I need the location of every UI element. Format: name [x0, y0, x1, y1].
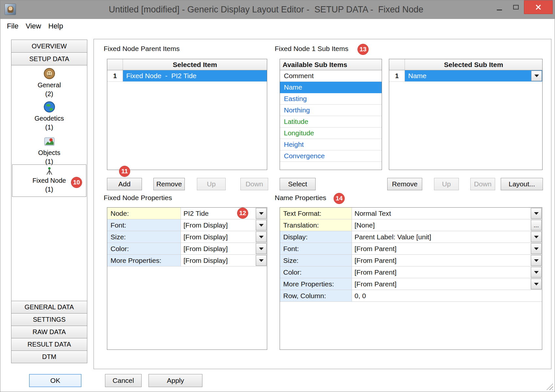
available-item-comment[interactable]: Comment [280, 70, 382, 82]
remove-sub-button[interactable]: Remove [387, 178, 422, 190]
node-dropdown-button[interactable] [256, 208, 267, 219]
size-dropdown-button[interactable] [531, 255, 542, 266]
sidebar-item-count: (1) [45, 124, 53, 131]
prop-value-text: [From Parent] [355, 257, 396, 264]
display-value-field[interactable]: Parent Label: Value [unit] [352, 231, 542, 243]
color-dropdown-button[interactable] [256, 243, 267, 254]
annotation-badge-12: 12 [237, 208, 248, 219]
prop-row-text-format: Text Format: Normal Text [280, 208, 542, 219]
down-parent-button[interactable]: Down [240, 178, 268, 190]
sidebar-item-result-data[interactable]: RESULT DATA [11, 338, 87, 351]
size-dropdown-button[interactable] [256, 231, 267, 242]
node-value-field[interactable]: PI2 Tide [181, 208, 267, 219]
sidebar-item-setup-data[interactable]: SETUP DATA [11, 52, 87, 65]
sidebar-item-label: Objects [38, 149, 61, 157]
prop-value-text: [From Display] [183, 257, 228, 264]
available-item-height[interactable]: Height [280, 139, 382, 150]
available-item-name[interactable]: Name [280, 82, 382, 93]
sidebar-item-label: Geodetics [34, 115, 64, 122]
maximize-button[interactable] [508, 0, 524, 14]
up-parent-button[interactable]: Up [197, 178, 226, 190]
prop-label: Row, Column: [280, 290, 352, 301]
sidebar-item-count: (1) [45, 186, 53, 193]
sub-item-dropdown-button[interactable] [531, 71, 542, 81]
section-title-sub-items: Fixed Node 1 Sub Items [275, 44, 348, 53]
remove-parent-button[interactable]: Remove [153, 178, 185, 190]
chevron-down-icon [534, 259, 539, 262]
annotation-badge-10: 10 [71, 177, 82, 188]
available-item-latitude[interactable]: Latitude [280, 116, 382, 128]
color-dropdown-button[interactable] [531, 267, 542, 278]
sidebar-item-dtm[interactable]: DTM [11, 350, 87, 363]
add-button[interactable]: Add [107, 178, 142, 190]
prop-label: Size: [107, 231, 181, 243]
size-value-field[interactable]: [From Display] [181, 231, 267, 243]
up-sub-button[interactable]: Up [434, 178, 459, 190]
sidebar-item-general[interactable]: General (2) [11, 67, 87, 98]
sidebar-item-count: (2) [45, 90, 53, 98]
sidebar-item-raw-data[interactable]: RAW DATA [11, 326, 87, 338]
menu-help[interactable]: Help [45, 21, 67, 32]
fixed-node-properties-table: Node: PI2 Tide Font: [From Display] Size… [107, 207, 267, 350]
prop-value-text: [From Display] [183, 233, 228, 241]
translation-value-field[interactable]: [None] ... [352, 219, 542, 231]
font-dropdown-button[interactable] [531, 243, 542, 254]
display-dropdown-button[interactable] [531, 231, 542, 242]
sidebar-item-settings[interactable]: SETTINGS [11, 313, 87, 326]
cancel-button[interactable]: Cancel [105, 374, 142, 387]
available-item-longitude[interactable]: Longitude [280, 128, 382, 139]
close-button[interactable] [524, 0, 553, 14]
font-dropdown-button[interactable] [256, 220, 267, 230]
prop-row-display: Display: Parent Label: Value [unit] [280, 231, 542, 243]
prop-row-translation: Translation: [None] ... [280, 219, 542, 231]
available-item-easting[interactable]: Easting [280, 93, 382, 105]
prop-value-text: Parent Label: Value [unit] [355, 233, 431, 241]
sidebar-item-objects[interactable]: Objects (1) [11, 136, 87, 165]
text-format-value-field[interactable]: Normal Text [352, 208, 542, 219]
prop-label: Color: [107, 243, 181, 254]
parent-items-table: Selected Item 1 Fixed Node - PI2 Tide [107, 59, 267, 170]
parent-item-row[interactable]: 1 Fixed Node - PI2 Tide [107, 70, 267, 82]
selected-sub-item-row[interactable]: 1 Name [389, 70, 542, 82]
apply-button[interactable]: Apply [148, 374, 202, 387]
menu-file[interactable]: File [3, 21, 22, 32]
available-sub-items-table: Available Sub Items Comment Name Easting… [280, 59, 382, 170]
color-value-field[interactable]: [From Parent] [352, 266, 542, 278]
minimize-button[interactable] [491, 0, 508, 14]
row-column-value-field[interactable]: 0, 0 [352, 290, 542, 301]
prop-row-font: Font: [From Display] [107, 219, 267, 231]
select-button[interactable]: Select [280, 178, 316, 190]
prop-label: More Properties: [280, 278, 352, 290]
selected-sub-item-value[interactable]: Name [405, 70, 542, 81]
down-sub-button[interactable]: Down [470, 178, 495, 190]
size-value-field[interactable]: [From Parent] [352, 255, 542, 266]
sidebar-item-overview[interactable]: OVERVIEW [11, 40, 87, 53]
available-item-northing[interactable]: Northing [280, 105, 382, 116]
ok-button[interactable]: OK [29, 374, 81, 387]
available-item-convergence[interactable]: Convergence [280, 150, 382, 162]
text-format-dropdown-button[interactable] [531, 208, 542, 219]
prop-row-more-properties: More Properties: [From Parent] [280, 278, 542, 290]
more-properties-value-field[interactable]: [From Display] [181, 255, 267, 266]
translation-browse-button[interactable]: ... [531, 220, 542, 230]
resize-grip[interactable] [545, 382, 553, 390]
chevron-down-icon [259, 236, 264, 238]
titlebar: Untitled [modified] - Generic Display La… [0, 0, 555, 19]
chevron-down-icon [534, 212, 539, 215]
parent-item-value[interactable]: Fixed Node - PI2 Tide [123, 70, 267, 81]
section-title-fixed-node-properties: Fixed Node Properties [104, 194, 172, 202]
more-properties-value-field[interactable]: [From Parent] [352, 278, 542, 290]
sidebar-item-geodetics[interactable]: Geodetics (1) [11, 101, 87, 131]
more-properties-dropdown-button[interactable] [256, 255, 267, 266]
font-value-field[interactable]: [From Display] [181, 219, 267, 231]
layout-button[interactable]: Layout... [501, 178, 543, 190]
font-value-field[interactable]: [From Parent] [352, 243, 542, 254]
more-properties-dropdown-button[interactable] [531, 279, 542, 289]
chevron-down-icon [534, 271, 539, 274]
menu-view[interactable]: View [22, 21, 44, 32]
section-title-name-properties: Name Properties [275, 194, 326, 202]
prop-row-size: Size: [From Parent] [280, 255, 542, 266]
sidebar-item-general-data[interactable]: GENERAL DATA [11, 301, 87, 314]
prop-value-text: [From Parent] [355, 268, 396, 276]
color-value-field[interactable]: [From Display] [181, 243, 267, 254]
